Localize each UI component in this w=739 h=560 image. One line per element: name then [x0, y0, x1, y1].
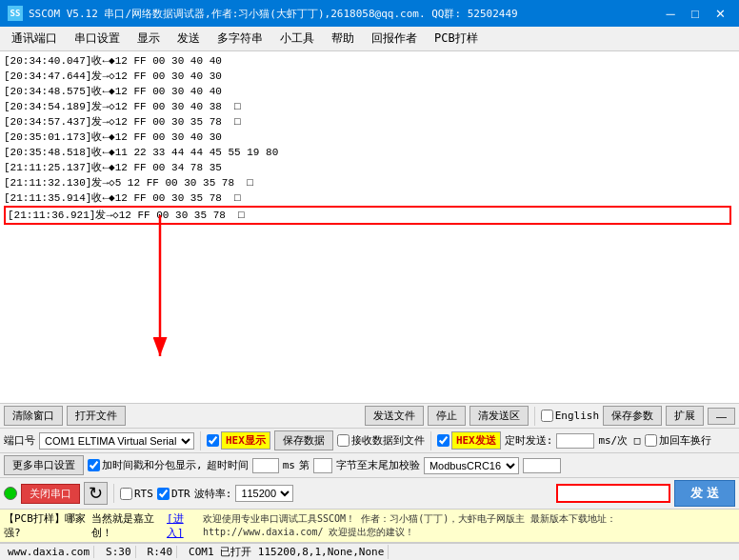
- log-line: [20:34:40.047]收←◆12 FF 00 30 40 40: [4, 53, 735, 69]
- send-row: 关闭串口 ↻ RTS DTR 波特率: 115200 12 FF 00 30 发…: [0, 478, 739, 510]
- refresh-button[interactable]: ↻: [84, 482, 108, 505]
- send-file-button[interactable]: 发送文件: [365, 406, 424, 426]
- add-timestamp-checkbox[interactable]: [88, 459, 100, 471]
- hex-display-checkbox[interactable]: [207, 434, 219, 447]
- menu-donate[interactable]: 回报作者: [364, 29, 425, 49]
- footer-ad-text: 欢迎使用专业串口调试工具SSCOM！ 作者：习小猫(丁丁)，大虾电子网版主 最新…: [203, 512, 735, 539]
- menu-serial-settings[interactable]: 串口设置: [67, 29, 128, 49]
- ad-row: 【PCB打样】哪家强? 当然就是嘉立创！ [进入] 欢迎使用专业串口调试工具SS…: [0, 510, 739, 543]
- rts-checkbox[interactable]: [120, 488, 132, 500]
- s-label: S:30: [102, 546, 136, 558]
- add-cr-text: 加回车换行: [659, 433, 711, 448]
- add-cr-label[interactable]: 加回车换行: [645, 433, 711, 448]
- toolbar-row-1: 清除窗口 打开文件 发送文件 停止 清发送区 English 保存参数 扩展 —: [0, 404, 739, 429]
- baud-select[interactable]: 115200: [235, 485, 293, 502]
- main-area: [20:34:40.047]收←◆12 FF 00 30 40 40 [20:3…: [0, 51, 739, 404]
- log-area[interactable]: [20:34:40.047]收←◆12 FF 00 30 40 40 [20:3…: [0, 51, 739, 404]
- rts-label[interactable]: RTS: [120, 488, 153, 500]
- recv-to-file-label[interactable]: 接收数据到文件: [337, 433, 425, 448]
- port-select[interactable]: COM1 ELTIMA Virtual Serial: [39, 432, 194, 450]
- add-timestamp-label[interactable]: 加时间戳和分包显示,: [88, 458, 203, 472]
- dtr-checkbox[interactable]: [157, 488, 170, 500]
- log-line: [21:11:32.130]发→◇5 12 FF 00 30 35 78 □: [4, 175, 735, 190]
- clear-window-button[interactable]: 清除窗口: [4, 406, 63, 426]
- timed-send-label: 定时发送:: [505, 433, 553, 448]
- log-line: [21:11:25.137]收←◆12 FF 00 34 78 35: [4, 160, 735, 175]
- hex-send-text: HEX发送: [451, 431, 501, 450]
- pcb-link[interactable]: [进入]: [167, 511, 195, 540]
- clear-send-area-button[interactable]: 清发送区: [469, 406, 529, 426]
- website-status: www.daxia.com: [4, 546, 94, 558]
- expand-button[interactable]: 扩展: [666, 406, 704, 426]
- crc-value-input[interactable]: 35 78: [523, 458, 561, 473]
- config-row: 端口号 COM1 ELTIMA Virtual Serial HEX显示 保存数…: [0, 429, 739, 453]
- pcb-ad-text: 【PCB打样】哪家强?: [4, 511, 88, 540]
- crc-select[interactable]: ModbusCRC16: [424, 457, 519, 474]
- save-params-button[interactable]: 保存参数: [603, 406, 662, 426]
- hex-display-text: HEX显示: [221, 431, 270, 450]
- timeout-label: 超时时间: [207, 458, 249, 472]
- english-checkbox[interactable]: [541, 410, 553, 422]
- log-line: [20:34:57.437]发→◇12 FF 00 30 35 78 □: [4, 114, 735, 130]
- menu-tools[interactable]: 小工具: [272, 29, 322, 49]
- menu-pcb[interactable]: PCB打样: [427, 29, 486, 49]
- add-timestamp-text: 加时间戳和分包显示,: [102, 458, 203, 472]
- pcb-answer-text: 当然就是嘉立创！: [91, 511, 163, 540]
- page-input[interactable]: 1: [313, 458, 332, 473]
- menu-comm-port[interactable]: 通讯端口: [4, 29, 65, 49]
- send-config-row: 更多串口设置 加时间戳和分包显示, 超时时间 20 ms 第 1 字节至末尾加校…: [0, 453, 739, 478]
- baud-label: 波特率:: [194, 487, 232, 501]
- menu-send[interactable]: 发送: [170, 29, 208, 49]
- timed-send-input[interactable]: 1000: [556, 433, 594, 449]
- dtr-label[interactable]: DTR: [157, 488, 190, 500]
- close-port-button[interactable]: 关闭串口: [21, 484, 80, 504]
- menu-multistr[interactable]: 多字符串: [210, 29, 270, 49]
- page-label: 第: [299, 458, 310, 472]
- open-file-button[interactable]: 打开文件: [67, 406, 126, 426]
- menu-help[interactable]: 帮助: [324, 29, 362, 49]
- send-input[interactable]: 12 FF 00 30: [556, 484, 670, 503]
- timeout-input[interactable]: 20: [252, 458, 279, 473]
- byte-check-label: 字节至末尾加校验: [336, 458, 420, 472]
- log-line: [20:34:47.644]发→◇12 FF 00 30 40 30: [4, 69, 735, 84]
- port-led: [4, 487, 17, 500]
- log-line: [21:11:35.914]收←◆12 FF 00 30 35 78 □: [4, 190, 735, 206]
- close-button[interactable]: ✕: [709, 5, 731, 22]
- port-label: 端口号: [4, 433, 35, 448]
- status-bar: www.daxia.com S:30 R:40 COM1 已打开 115200,…: [0, 543, 739, 560]
- english-checkbox-label[interactable]: English: [541, 410, 599, 422]
- minimize-button[interactable]: ─: [659, 5, 682, 22]
- dtr-text: DTR: [171, 488, 190, 500]
- log-line: [20:35:48.518]收←◆11 22 33 44 44 45 55 19…: [4, 145, 735, 160]
- r-label: R:40: [144, 546, 178, 558]
- bottom-panel: 清除窗口 打开文件 发送文件 停止 清发送区 English 保存参数 扩展 —…: [0, 404, 739, 560]
- english-label: English: [555, 410, 599, 422]
- log-line: [20:34:48.575]收←◆12 FF 00 30 40 40: [4, 84, 735, 99]
- stop-button[interactable]: 停止: [428, 406, 466, 426]
- hex-display-label[interactable]: HEX显示: [207, 431, 270, 450]
- rts-text: RTS: [134, 488, 153, 500]
- timeout-unit: ms: [283, 459, 295, 471]
- timed-unit-label: ms/次 □: [598, 433, 640, 448]
- more-ports-button[interactable]: 更多串口设置: [4, 455, 84, 475]
- log-line: [20:34:54.189]发→◇12 FF 00 30 40 38 □: [4, 99, 735, 114]
- send-button[interactable]: 发 送: [674, 480, 735, 507]
- window-controls: ─ □ ✕: [659, 5, 731, 22]
- dash-button[interactable]: —: [708, 408, 735, 425]
- hex-send-label[interactable]: HEX发送: [437, 431, 501, 450]
- app-icon: SS: [8, 6, 23, 21]
- title-bar: SS SSCOM V5.12 串口/网络数据调试器,作者:习小猫(大虾丁丁),2…: [0, 0, 739, 27]
- menu-display[interactable]: 显示: [130, 29, 168, 49]
- com-status: COM1 已打开 115200,8,1,None,None: [185, 545, 389, 559]
- title-text: SSCOM V5.12 串口/网络数据调试器,作者:习小猫(大虾丁丁),2618…: [29, 7, 518, 21]
- recv-to-file-checkbox[interactable]: [337, 434, 350, 447]
- add-cr-checkbox[interactable]: [645, 434, 657, 447]
- hex-send-checkbox[interactable]: [437, 434, 449, 447]
- recv-to-file-text: 接收数据到文件: [351, 433, 425, 448]
- log-line: [20:35:01.173]收←◆12 FF 00 30 40 30: [4, 130, 735, 145]
- save-data-button[interactable]: 保存数据: [274, 430, 333, 450]
- log-line-highlighted: [21:11:36.921]发→◇12 FF 00 30 35 78 □: [4, 206, 731, 225]
- maximize-button[interactable]: □: [684, 5, 707, 22]
- menu-bar: 通讯端口 串口设置 显示 发送 多字符串 小工具 帮助 回报作者 PCB打样: [0, 27, 739, 51]
